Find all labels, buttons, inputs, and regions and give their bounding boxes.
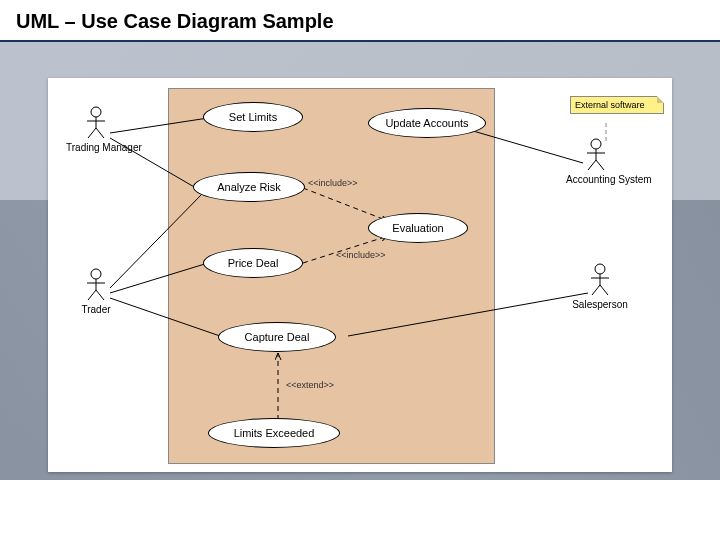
- page-title: UML – Use Case Diagram Sample: [16, 10, 334, 33]
- svg-line-14: [88, 128, 96, 138]
- svg-line-30: [600, 285, 608, 295]
- usecase-capture-deal: Capture Deal: [218, 322, 336, 352]
- actor-trading-manager: Trading Manager: [66, 106, 126, 153]
- svg-line-15: [96, 128, 104, 138]
- usecase-price-deal: Price Deal: [203, 248, 303, 278]
- usecase-set-limits: Set Limits: [203, 102, 303, 132]
- svg-line-24: [588, 160, 596, 170]
- actor-icon: [83, 268, 109, 302]
- svg-point-11: [91, 107, 101, 117]
- note-external-software: External software: [570, 96, 664, 114]
- actor-accounting-system: Accounting System: [566, 138, 626, 185]
- actor-label: Trading Manager: [66, 142, 126, 153]
- actor-label: Trader: [66, 304, 126, 315]
- stereotype-include: <<include>>: [308, 178, 358, 188]
- usecase-limits-exceeded: Limits Exceeded: [208, 418, 340, 448]
- actor-label: Accounting System: [566, 174, 626, 185]
- system-boundary: [168, 88, 495, 464]
- svg-line-19: [88, 290, 96, 300]
- svg-point-26: [595, 264, 605, 274]
- stereotype-include: <<include>>: [336, 250, 386, 260]
- footer: magicdraw TM: [0, 480, 720, 540]
- use-case-diagram: Trading Manager Trader Accounting System…: [48, 78, 672, 472]
- actor-icon: [83, 106, 109, 140]
- svg-line-20: [96, 290, 104, 300]
- usecase-evaluation: Evaluation: [368, 213, 468, 243]
- svg-point-21: [591, 139, 601, 149]
- usecase-update-accounts: Update Accounts: [368, 108, 486, 138]
- svg-line-25: [596, 160, 604, 170]
- actor-salesperson: Salesperson: [570, 263, 630, 310]
- actor-icon: [583, 138, 609, 172]
- actor-label: Salesperson: [570, 299, 630, 310]
- slide: UML – Use Case Diagram Sample: [0, 0, 720, 540]
- diagram-container: Trading Manager Trader Accounting System…: [48, 78, 672, 472]
- actor-icon: [587, 263, 613, 297]
- usecase-analyze-risk: Analyze Risk: [193, 172, 305, 202]
- stereotype-extend: <<extend>>: [286, 380, 334, 390]
- actor-trader: Trader: [66, 268, 126, 315]
- svg-line-29: [592, 285, 600, 295]
- svg-point-16: [91, 269, 101, 279]
